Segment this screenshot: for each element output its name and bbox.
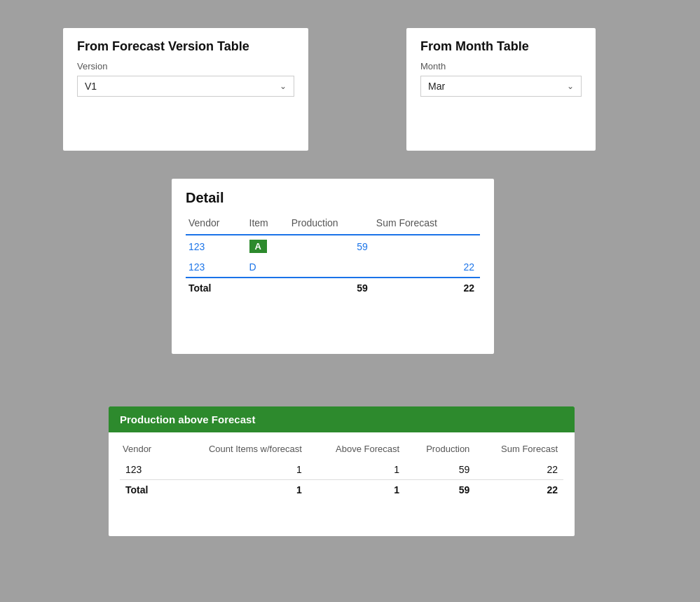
prod-row1-vendor: 123 xyxy=(120,460,170,480)
total-label: Total xyxy=(186,278,247,298)
row2-production xyxy=(289,257,373,278)
month-dropdown[interactable]: Mar ⌄ xyxy=(420,76,582,97)
col-sum-forecast: Sum Forecast xyxy=(373,214,480,235)
version-chevron-icon: ⌄ xyxy=(280,81,287,91)
production-table-wrap: Vendor Count Items w/forecast Above Fore… xyxy=(109,432,575,514)
total-production: 59 xyxy=(289,278,373,298)
row2-sum-forecast: 22 xyxy=(373,257,480,278)
version-dropdown[interactable]: V1 ⌄ xyxy=(77,76,294,97)
table-row: 123 1 1 59 22 xyxy=(120,460,563,480)
detail-table: Vendor Item Production Sum Forecast 123 … xyxy=(186,214,480,298)
col-item: Item xyxy=(247,214,289,235)
col-production: Production xyxy=(289,214,373,235)
row1-item: A xyxy=(247,235,289,257)
detail-card: Detail Vendor Item Production Sum Foreca… xyxy=(172,179,494,354)
production-table: Vendor Count Items w/forecast Above Fore… xyxy=(120,439,563,500)
prod-col-vendor: Vendor xyxy=(120,439,170,460)
month-label: Month xyxy=(420,61,582,71)
total-item-empty xyxy=(247,278,289,298)
month-table-card: From Month Table Month Mar ⌄ xyxy=(406,28,596,151)
item-badge-A: A xyxy=(249,240,267,253)
prod-col-count: Count Items w/forecast xyxy=(170,439,308,460)
table-row: 123 A 59 xyxy=(186,235,480,257)
production-card: Production above Forecast Vendor Count I… xyxy=(109,406,575,536)
prod-total-count: 1 xyxy=(170,480,308,500)
prod-total-label: Total xyxy=(120,480,170,500)
prod-total-above: 1 xyxy=(308,480,405,500)
total-sum-forecast: 22 xyxy=(373,278,480,298)
row1-vendor: 123 xyxy=(186,235,247,257)
prod-col-sum-forecast: Sum Forecast xyxy=(475,439,563,460)
forecast-card-title: From Forecast Version Table xyxy=(77,39,294,54)
prod-col-production: Production xyxy=(405,439,475,460)
forecast-version-card: From Forecast Version Table Version V1 ⌄ xyxy=(63,28,308,151)
table-row: 123 D 22 xyxy=(186,257,480,278)
prod-row1-above: 1 xyxy=(308,460,405,480)
prod-total-production: 59 xyxy=(405,480,475,500)
prod-total-sum-forecast: 22 xyxy=(475,480,563,500)
prod-col-above: Above Forecast xyxy=(308,439,405,460)
month-card-title: From Month Table xyxy=(420,39,582,54)
production-card-title: Production above Forecast xyxy=(109,406,575,432)
row2-vendor: 123 xyxy=(186,257,247,278)
row2-item: D xyxy=(247,257,289,278)
col-vendor: Vendor xyxy=(186,214,247,235)
prod-row1-count: 1 xyxy=(170,460,308,480)
month-selected: Mar xyxy=(428,81,445,92)
detail-card-title: Detail xyxy=(186,190,480,206)
month-chevron-icon: ⌄ xyxy=(567,81,574,91)
version-selected: V1 xyxy=(85,81,97,92)
prod-row1-production: 59 xyxy=(405,460,475,480)
row1-sum-forecast xyxy=(373,235,480,257)
prod-row1-sum-forecast: 22 xyxy=(475,460,563,480)
total-row: Total 59 22 xyxy=(186,278,480,298)
total-row: Total 1 1 59 22 xyxy=(120,480,563,500)
row1-production: 59 xyxy=(289,235,373,257)
version-label: Version xyxy=(77,61,294,71)
